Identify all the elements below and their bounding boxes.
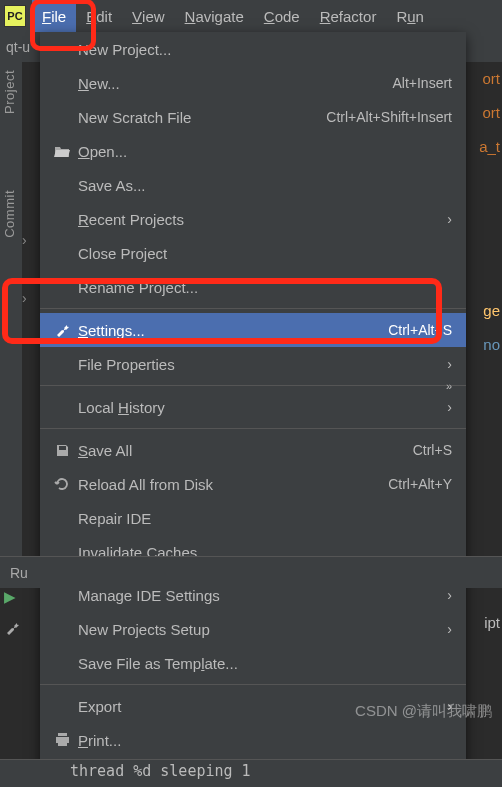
app-icon: PC — [4, 5, 26, 27]
left-toolbar: Project Commit — [0, 62, 22, 562]
separator — [40, 684, 466, 685]
menu-edit[interactable]: Edit — [76, 0, 122, 32]
menu-new-projects-setup[interactable]: New Projects Setup› — [40, 612, 466, 646]
separator — [40, 428, 466, 429]
menu-run[interactable]: Run — [386, 0, 434, 32]
separator — [40, 385, 466, 386]
menu-new-scratch[interactable]: New Scratch FileCtrl+Alt+Shift+Insert — [40, 100, 466, 134]
chevron-right-icon: › — [447, 356, 452, 372]
menu-refactor[interactable]: Refactor — [310, 0, 387, 32]
editor-peek: ort ort a_t ge no — [472, 62, 502, 362]
menu-repair-ide[interactable]: Repair IDE — [40, 501, 466, 535]
menu-close-project[interactable]: Close Project — [40, 236, 466, 270]
wrench-icon[interactable] — [4, 620, 20, 636]
run-label[interactable]: Ru — [10, 565, 28, 581]
run-toolwindow-header: Ru — [0, 556, 502, 588]
menu-save-all[interactable]: Save AllCtrl+S — [40, 433, 466, 467]
editor-peek-text: ipt — [484, 614, 500, 631]
chevron-right-icon: › — [447, 587, 452, 603]
menu-reload-from-disk[interactable]: Reload All from DiskCtrl+Alt+Y — [40, 467, 466, 501]
file-menu-dropdown: New Project... New...Alt+Insert New Scra… — [40, 32, 466, 787]
chevron-right-icon[interactable]: › — [22, 232, 27, 248]
menu-rename-project[interactable]: Rename Project... — [40, 270, 466, 304]
run-side-icons: ▶ — [4, 588, 20, 636]
menu-navigate[interactable]: Navigate — [175, 0, 254, 32]
chevron-right-icon: › — [447, 621, 452, 637]
menubar: PC File Edit View Navigate Code Refactor… — [0, 0, 502, 32]
menu-new-project[interactable]: New Project... — [40, 32, 466, 66]
wrench-icon — [50, 322, 74, 338]
separator — [40, 308, 466, 309]
chevron-right-icon: › — [447, 399, 452, 415]
sidebar-project[interactable]: Project — [0, 62, 19, 122]
menu-open[interactable]: Open... — [40, 134, 466, 168]
reload-icon — [50, 476, 74, 492]
chevron-right-icon: › — [447, 211, 452, 227]
tab-label[interactable]: qt-u — [6, 39, 30, 55]
menu-save-as-template[interactable]: Save File as Template... — [40, 646, 466, 680]
menu-new[interactable]: New...Alt+Insert — [40, 66, 466, 100]
chevron-right-icon[interactable]: › — [22, 290, 27, 306]
folder-icon — [50, 144, 74, 158]
menu-recent-projects[interactable]: Recent Projects› — [40, 202, 466, 236]
menu-save-as[interactable]: Save As... — [40, 168, 466, 202]
menu-settings[interactable]: Settings...Ctrl+Alt+S — [40, 313, 466, 347]
watermark: CSDN @请叫我啸鹏 — [355, 702, 492, 721]
play-icon[interactable]: ▶ — [4, 588, 20, 606]
sidebar-commit[interactable]: Commit — [0, 182, 19, 246]
terminal-output: thread %d sleeping 1 — [70, 762, 251, 780]
print-icon — [50, 733, 74, 747]
menu-code[interactable]: Code — [254, 0, 310, 32]
menu-local-history[interactable]: Local History»› — [40, 390, 466, 424]
menu-print[interactable]: Print... — [40, 723, 466, 757]
menu-file-properties[interactable]: File Properties› — [40, 347, 466, 381]
menu-view[interactable]: View — [122, 0, 175, 32]
menu-file[interactable]: File — [32, 0, 76, 32]
save-icon — [50, 443, 74, 458]
